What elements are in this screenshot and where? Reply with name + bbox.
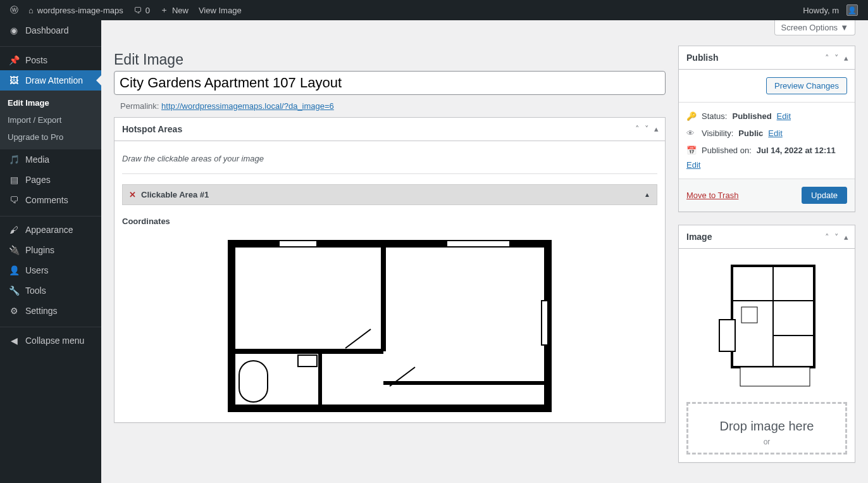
collapse-icon: ◀	[8, 336, 20, 346]
brush-icon: 🖌	[8, 225, 20, 235]
move-up-icon[interactable]: ˄	[824, 231, 831, 243]
submenu-item-upgrade[interactable]: Upgrade to Pro	[0, 129, 101, 146]
publish-box: Publish ˄ ˅ ▴ Preview Changes 🔑 St	[678, 46, 855, 212]
svg-rect-5	[279, 241, 317, 247]
comment-count: 0	[146, 6, 150, 15]
user-icon: 👤	[8, 265, 20, 275]
svg-rect-17	[719, 320, 735, 351]
sidebar-item-tools[interactable]: 🔧Tools	[0, 280, 101, 301]
sidebar-item-dashboard[interactable]: ◉Dashboard	[0, 20, 101, 41]
sidebar-item-settings[interactable]: ⚙Settings	[0, 301, 101, 321]
hotspot-box-title: Hotspot Areas	[115, 118, 190, 141]
update-button[interactable]: Update	[802, 187, 847, 204]
move-down-icon[interactable]: ˅	[833, 231, 840, 243]
sidebar-label: Pages	[25, 175, 51, 185]
permalink-row: Permalink: http://wordpressimagemaps.loc…	[114, 95, 666, 117]
media-icon: 🎵	[8, 154, 20, 165]
toggle-icon[interactable]: ▴	[653, 123, 660, 135]
sidebar-item-plugins[interactable]: 🔌Plugins	[0, 240, 101, 260]
dropzone-title: Drop image here	[695, 419, 839, 434]
wordpress-icon: ⓦ	[10, 4, 18, 16]
wp-logo-menu[interactable]: ⓦ	[5, 0, 23, 20]
draw-attention-icon: 🖼	[8, 75, 20, 85]
move-to-trash-link[interactable]: Move to Trash	[686, 191, 738, 200]
sidebar-item-comments[interactable]: 🗨Comments	[0, 190, 101, 210]
toggle-icon[interactable]: ▴	[843, 231, 850, 243]
visibility-value: Public	[738, 129, 763, 138]
plus-icon: ＋	[160, 4, 168, 16]
remove-area-icon[interactable]: ✕	[129, 190, 136, 199]
sidebar-item-pages[interactable]: ▤Pages	[0, 170, 101, 190]
key-icon: 🔑	[686, 111, 697, 121]
sidebar-item-posts[interactable]: 📌Posts	[0, 50, 101, 70]
submenu-item-import-export[interactable]: Import / Export	[0, 111, 101, 129]
move-up-icon[interactable]: ˄	[634, 123, 641, 135]
visibility-label: Visibility:	[702, 129, 733, 138]
sidebar-label: Dashboard	[25, 25, 69, 35]
caret-down-icon: ▼	[840, 23, 848, 32]
separator	[0, 213, 101, 216]
preview-changes-button[interactable]: Preview Changes	[766, 77, 847, 94]
edit-status-link[interactable]: Edit	[777, 111, 791, 121]
dropzone-or: or	[695, 434, 839, 446]
view-image-link[interactable]: View Image	[194, 0, 247, 20]
dashboard-icon: ◉	[8, 25, 20, 35]
sidebar-item-users[interactable]: 👤Users	[0, 260, 101, 280]
sidebar-item-appearance[interactable]: 🖌Appearance	[0, 220, 101, 240]
wrench-icon: 🔧	[8, 285, 20, 296]
site-name-label: wordpress-image-maps	[37, 6, 123, 15]
calendar-icon: 📅	[686, 146, 697, 155]
svg-rect-6	[447, 241, 510, 247]
clickable-area-header[interactable]: ✕ Clickable Area #1 ▲	[122, 184, 657, 205]
sidebar-item-draw-attention[interactable]: 🖼Draw Attention	[0, 70, 101, 91]
sidebar-label: Comments	[25, 195, 68, 205]
permalink-link[interactable]: http://wordpressimagemaps.local/?da_imag…	[161, 101, 334, 111]
image-thumbnail[interactable]	[686, 256, 847, 402]
collapse-area-icon[interactable]: ▲	[644, 191, 650, 198]
sidebar-label: Appearance	[25, 225, 73, 235]
submenu-item-edit-image[interactable]: Edit Image	[0, 94, 101, 111]
sidebar-label: Media	[25, 154, 49, 165]
sidebar-item-collapse[interactable]: ◀Collapse menu	[0, 330, 101, 351]
sliders-icon: ⚙	[8, 306, 20, 316]
comments-link[interactable]: 🗨0	[128, 0, 155, 20]
divider	[122, 173, 657, 174]
image-box: Image ˄ ˅ ▴	[678, 225, 855, 463]
status-row: 🔑 Status: Published Edit	[686, 108, 847, 125]
howdy-label: Howdy, m	[803, 6, 839, 15]
hotspot-intro: Draw the clickable areas of your image	[122, 149, 657, 173]
toggle-icon[interactable]: ▴	[843, 52, 850, 64]
clickable-area-title: Clickable Area #1	[141, 190, 209, 199]
plug-icon: 🔌	[8, 245, 20, 255]
edit-visibility-link[interactable]: Edit	[768, 129, 782, 138]
site-name-link[interactable]: ⌂wordpress-image-maps	[23, 0, 128, 20]
floorplan-svg	[225, 237, 554, 415]
screen-options-toggle[interactable]: Screen Options▼	[774, 20, 855, 35]
sidebar-item-media[interactable]: 🎵Media	[0, 149, 101, 170]
sidebar-label: Users	[25, 265, 49, 275]
separator	[0, 324, 101, 327]
floorplan-canvas[interactable]	[122, 237, 657, 415]
admin-sidebar: ◉Dashboard 📌Posts 🖼Draw Attention Edit I…	[0, 20, 101, 483]
separator	[0, 44, 101, 47]
floorplan-thumb-svg	[716, 263, 817, 389]
account-menu[interactable]: Howdy, m 👤	[798, 0, 863, 20]
publish-box-title: Publish	[679, 46, 726, 69]
sidebar-label: Settings	[25, 306, 58, 316]
submenu-draw-attention: Edit Image Import / Export Upgrade to Pr…	[0, 91, 101, 149]
move-up-icon[interactable]: ˄	[824, 52, 831, 64]
sidebar-label: Plugins	[25, 245, 54, 255]
avatar: 👤	[846, 4, 858, 16]
edit-date-link[interactable]: Edit	[686, 160, 847, 170]
coordinates-label: Coordinates	[122, 205, 657, 237]
new-content-link[interactable]: ＋New	[155, 0, 194, 20]
post-title-input[interactable]	[114, 71, 666, 95]
move-down-icon[interactable]: ˅	[833, 52, 840, 64]
sidebar-label: Collapse menu	[25, 336, 84, 346]
new-label: New	[172, 6, 189, 15]
publish-box-header: Publish ˄ ˅ ▴	[679, 46, 855, 70]
move-down-icon[interactable]: ˅	[643, 123, 650, 135]
published-date-row: 📅 Published on: Jul 14, 2022 at 12:11 Ed…	[686, 142, 847, 173]
image-dropzone[interactable]: Drop image here or	[686, 402, 847, 455]
published-on-value: Jul 14, 2022 at 12:11	[757, 146, 836, 155]
